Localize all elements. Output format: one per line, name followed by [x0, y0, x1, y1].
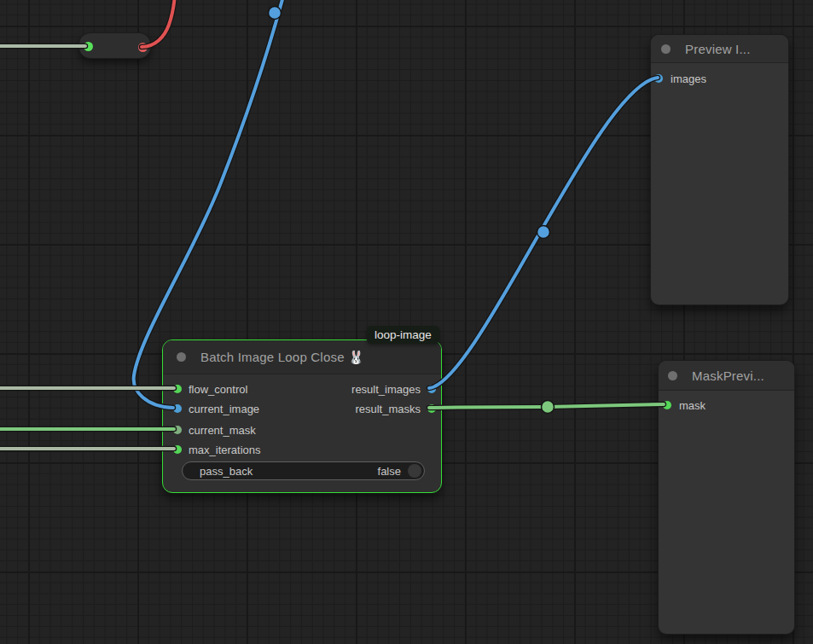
current-mask-input-label: current_mask [189, 424, 256, 437]
node-graph-canvas[interactable]: Preview I... images MaskPrevi... mask lo… [0, 0, 813, 644]
images-input-dot[interactable] [654, 74, 663, 83]
collapsed-reroute-node[interactable] [78, 32, 151, 59]
result-masks-output-label: result_masks [355, 403, 421, 415]
link-midpoint-dot-blue[interactable] [269, 7, 282, 20]
current-mask-input-dot[interactable] [173, 426, 182, 434]
link-midpoint-dot-blue[interactable] [537, 226, 550, 239]
link-green-result-masks-to-mask [429, 404, 664, 408]
result-masks-output-dot[interactable] [427, 404, 436, 413]
current-image-input-dot[interactable] [173, 404, 182, 413]
mask-preview-node[interactable]: MaskPrevi... mask [658, 360, 795, 635]
result-images-output-dot[interactable] [427, 385, 436, 393]
toggle-knob-icon[interactable] [408, 464, 421, 478]
mask-input-dot[interactable] [663, 401, 671, 409]
max-iterations-input-dot[interactable] [173, 445, 182, 454]
images-input-label: images [671, 73, 706, 85]
reroute-output-dot[interactable] [138, 43, 148, 52]
preview-image-node-header[interactable]: Preview I... [651, 35, 788, 63]
flow-control-input-label: flow_control [189, 383, 247, 396]
collapse-dot-icon[interactable] [668, 371, 677, 380]
node-title: MaskPrevi... [692, 368, 764, 383]
link-outline [429, 404, 664, 408]
widget-name: pass_back [200, 465, 378, 478]
preview-image-node[interactable]: Preview I... images [650, 34, 789, 305]
result-images-output-label: result_images [351, 383, 421, 396]
link-blue-result-images-to-preview [429, 78, 658, 388]
widget-value: false [378, 465, 401, 478]
mask-preview-node-header[interactable]: MaskPrevi... [659, 361, 794, 391]
reroute-input-dot[interactable] [84, 42, 93, 51]
collapse-dot-icon[interactable] [177, 352, 186, 362]
batch-node-header[interactable]: Batch Image Loop Close 🐰 [163, 340, 441, 374]
link-midpoint-dot-green[interactable] [542, 401, 555, 414]
node-title: Preview I... [685, 42, 751, 56]
loop-image-badge: loop-image [367, 326, 439, 344]
link-outline [429, 78, 658, 388]
collapse-dot-icon[interactable] [661, 44, 671, 54]
batch-image-loop-close-node[interactable]: Batch Image Loop Close 🐰 flow_control cu… [162, 339, 442, 493]
node-title: Batch Image Loop Close 🐰 [200, 350, 364, 365]
current-image-input-label: current_image [189, 403, 259, 415]
mask-input-label: mask [679, 399, 706, 412]
pass-back-toggle-widget[interactable]: pass_back false [182, 461, 425, 480]
max-iterations-input-label: max_iterations [189, 444, 261, 456]
flow-control-input-dot[interactable] [173, 385, 182, 393]
